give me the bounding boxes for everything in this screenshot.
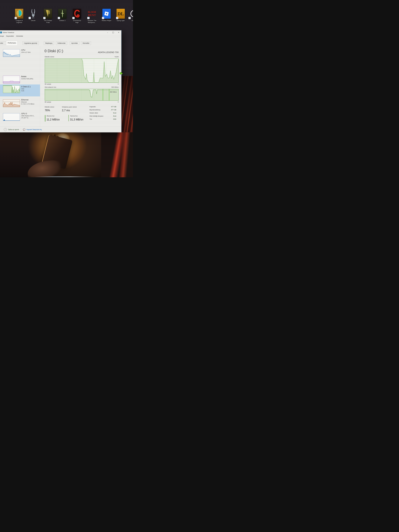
desktop-icon-label: Gravewood High	[71, 19, 83, 24]
detail-label: Tür:	[90, 118, 92, 120]
svg-text:DL: DL	[117, 11, 124, 16]
window-title: Görev Yöneticisi	[3, 32, 14, 33]
sidebar-ethernet-sub: Ethernet	[21, 101, 34, 103]
detail-value: 477 GB	[111, 106, 116, 108]
chart1-scale-max: %100	[115, 56, 119, 58]
minimize-icon: –	[107, 32, 108, 33]
chart2-current-marker: 450 KB/sn	[110, 91, 117, 93]
menu-options[interactable]: Seçenekler	[5, 35, 15, 37]
sidebar-disk-type: SSD	[21, 88, 31, 90]
close-button[interactable]: ✕	[116, 30, 121, 35]
sidebar-item-cpu[interactable]: CPU 10% 4,17 GHz	[0, 48, 40, 58]
sidebar-cpu-title: CPU	[21, 49, 31, 51]
active-time-chart	[45, 58, 119, 83]
task-manager-app-icon	[0, 32, 2, 33]
resource-monitor-label: Kaynak İzleyicisini Aç	[27, 129, 42, 130]
chevron-up-icon[interactable]: ⌃	[4, 128, 7, 131]
write-speed-value: 31,3 MB/sn	[70, 118, 83, 121]
sidebar-item-disk[interactable]: 0 Diski (C:) SSD %76	[0, 84, 40, 96]
monitor-bottom-light	[35, 177, 94, 177]
maximize-button[interactable]	[110, 30, 116, 35]
gravewood-high-icon	[74, 10, 80, 18]
avg-response-stat-label: Ortalama yanıt süresi	[62, 106, 77, 108]
shortcut-arrow-icon: ↗	[15, 17, 17, 19]
less-details-button[interactable]: Daha az ayrıntı	[8, 129, 19, 130]
resource-monitor-icon	[23, 128, 25, 131]
detail-value: Evet	[113, 112, 116, 114]
desktop-icon-league-of-legends[interactable]: ↗ League of Legends	[13, 9, 25, 24]
shortcut-arrow-icon: ↗	[102, 17, 104, 19]
desktop-icon-obs[interactable]: ↗ OBS	[127, 9, 133, 21]
open-resource-monitor-link[interactable]: Kaynak İzleyicisini Aç	[23, 128, 42, 131]
tab-processes[interactable]: İşlemler	[0, 41, 6, 45]
tab-strip: İşlemler Performans Uygulama geçmişi Baş…	[0, 40, 121, 45]
minimize-button[interactable]: –	[105, 30, 110, 35]
menu-view[interactable]: Görüntüle	[15, 35, 24, 37]
tab-startup[interactable]: Başlangıç	[44, 41, 54, 45]
svg-text:BLOOD: BLOOD	[88, 11, 96, 13]
tab-performance[interactable]: Performans	[6, 41, 18, 45]
chart1-x-axis: 60 saniye 0	[45, 83, 119, 85]
desktop-icon-roblox-player[interactable]: ↗ Roblox Player	[101, 9, 112, 21]
detail-label: Biçimlendirilmiş:	[90, 109, 101, 111]
dying-light-dl-icon: DL	[117, 10, 124, 17]
sidebar-cpu-value: 10% 4,17 GHz	[21, 51, 31, 53]
sidebar-item-ethernet[interactable]: Ethernet Ethernet G: 0,6 A: 17,0 Mb/sn	[0, 98, 40, 110]
photo-of-monitor: ↗ League of Legends ↗ Deceit ↗ The Outla…	[0, 0, 133, 177]
chart1-label: Etkinlik süresi	[45, 56, 54, 58]
desktop-icon-outlast-trials[interactable]: ↗ The Outlast Trials	[42, 9, 54, 24]
avg-response-stat-value: 2,7 ms	[62, 109, 70, 112]
league-of-legends-icon	[16, 10, 22, 18]
sidebar-gpu-value: 1% (30 °C)	[21, 117, 35, 119]
cpu-mini-chart	[3, 49, 20, 57]
sidebar-gpu-title: GPU 0	[21, 113, 35, 115]
detail-label: Kapasite:	[90, 106, 96, 108]
desktop-icon-label: League of Legends	[13, 19, 25, 24]
desktop-icon-label: OBS	[127, 19, 133, 21]
ethernet-mini-chart	[3, 100, 20, 107]
sidebar-item-gpu[interactable]: GPU 0 AMD Radeon RX 6... 1% (30 °C)	[0, 112, 40, 124]
footer-separator	[21, 128, 21, 131]
write-speed-bar-icon	[68, 115, 69, 121]
sidebar-memory-title: Bellek	[21, 76, 33, 78]
desktop-icon-vampire-masquerade[interactable]: BLOODHUNT ↗ Vampire The Masquera...	[86, 9, 98, 24]
detail-label: Sistem diski:	[90, 112, 98, 114]
wallpaper-cloth	[101, 132, 133, 177]
chart2-x-left: 60 saniye	[45, 101, 51, 103]
shortcut-arrow-icon: ↗	[29, 17, 31, 19]
blood-hunt-logo-icon: BLOODHUNT	[88, 10, 96, 18]
detail-value: SSD	[113, 118, 116, 120]
page-title: 0 Diski (C:)	[44, 49, 63, 53]
menu-file[interactable]: Dosya	[0, 35, 5, 37]
tab-details[interactable]: Ayrıntılar	[70, 41, 80, 45]
detail-value: 477 GB	[111, 109, 116, 111]
chart1-x-left: 60 saniye	[45, 83, 51, 85]
tab-services[interactable]: Hizmetler	[81, 41, 91, 45]
desktop-icon-dying-light[interactable]: DL ↗ Dying Light	[115, 9, 126, 21]
desktop-icon-gravewood-high[interactable]: ↗ Gravewood High	[71, 9, 83, 24]
read-speed-value: 11,2 MB/sn	[47, 118, 60, 121]
performance-sidebar: CPU 10% 4,17 GHz Bellek 4,5/15,9 GB (28%…	[0, 46, 40, 127]
transfer-rate-chart	[45, 89, 119, 101]
task-manager-window: Görev Yöneticisi – ✕ Dosya Seçenekler Gö…	[0, 30, 122, 133]
shortcut-arrow-icon: ↗	[129, 17, 131, 19]
detail-label: Disk belleği dosyası:	[90, 115, 104, 117]
desktop-icon-outlast-2[interactable]: ↗ Outlast 2	[57, 9, 68, 21]
gpu-mini-chart	[3, 113, 20, 121]
shortcut-arrow-icon: ↗	[72, 17, 74, 19]
tab-users[interactable]: Kullanıcılar	[56, 41, 67, 45]
outlast-2-cross-icon	[60, 10, 65, 18]
close-icon: ✕	[118, 32, 119, 33]
read-speed-bar-icon	[45, 115, 45, 121]
title-bar[interactable]: Görev Yöneticisi – ✕	[0, 30, 121, 35]
tab-app-history[interactable]: Uygulama geçmişi	[22, 41, 39, 45]
sidebar-item-memory[interactable]: Bellek 4,5/15,9 GB (28%)	[0, 75, 40, 84]
chart2-scale-max: 500 KB/sn	[111, 86, 119, 88]
chart1-x-right: 0	[118, 83, 119, 85]
chart2-label: Disk aktarım hızı	[45, 86, 56, 88]
shortcut-arrow-icon: ↗	[116, 17, 118, 19]
desktop-icon-deceit[interactable]: ↗ Deceit	[27, 9, 39, 21]
memory-mini-chart	[3, 76, 20, 83]
chart2-x-axis: 60 saniye 0	[45, 101, 119, 103]
sidebar-ethernet-title: Ethernet	[21, 99, 34, 101]
